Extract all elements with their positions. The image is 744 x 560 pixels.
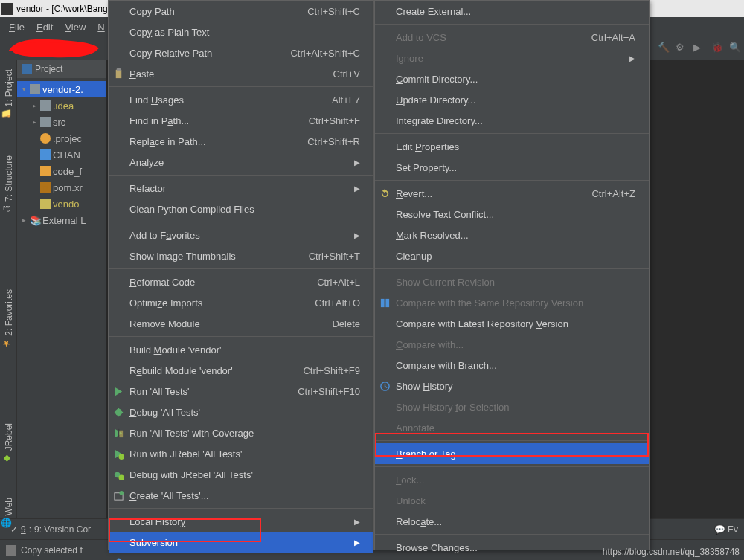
- menu-item[interactable]: Relocate...: [375, 511, 649, 532]
- menu-item-label: Resolve Text Conflict...: [396, 209, 494, 220]
- shortcut: Ctrl+Alt+O: [315, 297, 360, 309]
- tab-web[interactable]: 🌐 Web: [0, 492, 16, 538]
- menu-item[interactable]: Create 'All Tests'...: [109, 485, 373, 506]
- menu-view[interactable]: View: [59, 19, 92, 35]
- menu-item-label: Set Property...: [396, 162, 457, 173]
- menu-item-label: Lock...: [396, 474, 424, 486]
- menu-item-label: Run with JRebel 'All Tests': [129, 448, 242, 460]
- menu-item[interactable]: Remove ModuleDelete: [109, 313, 373, 334]
- build-icon[interactable]: 🔨: [658, 42, 670, 54]
- menu-item[interactable]: Add to Favorites▶: [109, 225, 373, 245]
- context-menu-main[interactable]: Copy PathCtrl+Shift+CCopy as Plain TextC…: [108, 0, 374, 550]
- shortcut: Alt+F7: [332, 94, 360, 106]
- tree-item[interactable]: ▸.idea: [17, 97, 106, 114]
- tree-root[interactable]: ▾vendor-2.: [17, 81, 106, 97]
- tree-item[interactable]: code_f: [17, 163, 106, 179]
- lib-icon: 📚: [30, 215, 40, 225]
- svg-point-2: [115, 408, 122, 415]
- tree-item[interactable]: .projec: [17, 130, 106, 147]
- tab-jrebel[interactable]: ◆ JRebel: [0, 417, 16, 473]
- menu-item[interactable]: Edit Properties: [375, 136, 649, 157]
- menu-item[interactable]: Run 'All Tests' with Coverage: [109, 422, 373, 443]
- menu-item[interactable]: Rebuild Module 'vendor'Ctrl+Shift+F9: [109, 360, 373, 381]
- menu-item[interactable]: Revert...Ctrl+Alt+Z: [375, 183, 649, 204]
- tree-item[interactable]: mpom.xr: [17, 179, 106, 196]
- menu-edit[interactable]: Edit: [31, 19, 59, 35]
- menu-item: Show History for Selection: [375, 396, 649, 417]
- tab-structure[interactable]: 🗂 7: Structure: [0, 149, 16, 223]
- submenu-arrow-icon: ▶: [354, 184, 360, 193]
- menu-item[interactable]: Debug 'All Tests': [109, 402, 373, 422]
- menu-item[interactable]: Reformat CodeCtrl+Alt+L: [109, 271, 373, 292]
- menu-item[interactable]: Find in Path...Ctrl+Shift+F: [109, 110, 373, 131]
- menu-item[interactable]: Show History: [375, 376, 649, 396]
- tab-project[interactable]: 📁 1: Project: [0, 63, 16, 129]
- menu-item[interactable]: Create External...: [375, 1, 649, 22]
- menu-item[interactable]: Subversion▶: [109, 532, 373, 553]
- menu-item[interactable]: Compare with Branch...: [375, 355, 649, 376]
- menu-item[interactable]: Copy PathCtrl+Shift+C: [109, 1, 373, 22]
- menu-item-label: Find Usages: [129, 94, 184, 106]
- file-icon: [40, 149, 51, 160]
- menu-item[interactable]: Optimize ImportsCtrl+Alt+O: [109, 292, 373, 313]
- menu-item-label: Compare with the Same Repository Version: [396, 297, 583, 309]
- menu-item[interactable]: Mark Resolved...: [375, 225, 649, 245]
- shortcut: Ctrl+Alt+Shift+C: [290, 48, 360, 59]
- tab-favorites[interactable]: ★ 2: Favorites: [0, 283, 16, 358]
- menu-item[interactable]: Copy as Plain Text: [109, 22, 373, 42]
- menu-item[interactable]: Update Directory...: [375, 89, 649, 110]
- menu-item[interactable]: Local History▶: [109, 511, 373, 532]
- menu-item-label: Rebuild Module 'vendor': [129, 365, 233, 376]
- menu-item[interactable]: Integrate Directory...: [375, 110, 649, 131]
- menu-item[interactable]: Clean Python Compiled Files: [109, 199, 373, 219]
- project-tree[interactable]: ▾vendor-2. ▸.idea ▸src .projec CHAN code…: [17, 78, 106, 518]
- menu-item[interactable]: Synchronize 'vendor-2.25.3': [109, 553, 373, 560]
- csdn-watermark: https://blog.csdn.net/qq_38358748: [603, 547, 740, 557]
- menu-item[interactable]: Branch or Tag...: [375, 443, 649, 464]
- menu-item[interactable]: Copy Relative PathCtrl+Alt+Shift+C: [109, 42, 373, 63]
- menu-item[interactable]: Cleanup: [375, 245, 649, 266]
- tree-item[interactable]: CHAN: [17, 147, 106, 163]
- menu-item-label: Clean Python Compiled Files: [129, 204, 254, 215]
- shortcut: Ctrl+Shift+T: [309, 251, 360, 262]
- settings-icon[interactable]: ⚙: [676, 42, 687, 54]
- file-icon: [40, 133, 51, 144]
- shortcut: Ctrl+Shift+F10: [298, 386, 360, 397]
- tab-event-log[interactable]: 💬 Ev: [714, 524, 738, 535]
- menu-item[interactable]: Refactor▶: [109, 178, 373, 199]
- status-text: Copy selected f: [21, 545, 83, 556]
- menu-item[interactable]: Run with JRebel 'All Tests': [109, 443, 373, 464]
- folder-icon: [40, 117, 51, 127]
- context-menu-subversion[interactable]: Create External...Add to VCSCtrl+Alt+AIg…: [374, 0, 650, 550]
- tree-item[interactable]: vendo: [17, 196, 106, 212]
- menu-item[interactable]: Commit Directory...: [375, 68, 649, 89]
- red-scribble: [7, 36, 104, 59]
- menu-item-label: Branch or Tag...: [396, 448, 464, 460]
- menu-item[interactable]: Set Property...: [375, 157, 649, 178]
- tab-version-control[interactable]: ✓ 9: 9: Version Cor: [6, 523, 95, 536]
- menu-item: Show Current Revision: [375, 271, 649, 292]
- tree-external[interactable]: ▸📚External L: [17, 212, 106, 228]
- revert-icon: [379, 188, 391, 199]
- search-icon[interactable]: 🔍: [729, 42, 741, 54]
- shortcut: Ctrl+Alt+Z: [591, 188, 635, 199]
- folder-icon: [30, 84, 40, 94]
- menu-item[interactable]: PasteCtrl+V: [109, 63, 373, 84]
- menu-item[interactable]: Analyze▶: [109, 152, 373, 173]
- menu-item[interactable]: Compare with Latest Repository Version: [375, 313, 649, 334]
- shortcut: Ctrl+Alt+L: [317, 277, 360, 288]
- debug-icon[interactable]: 🐞: [711, 42, 723, 54]
- menu-item[interactable]: Build Module 'vendor': [109, 339, 373, 360]
- menu-item[interactable]: Run 'All Tests'Ctrl+Shift+F10: [109, 381, 373, 402]
- menu-file[interactable]: File: [3, 19, 31, 35]
- tree-item[interactable]: ▸src: [17, 114, 106, 130]
- run-icon[interactable]: ▶: [693, 42, 705, 54]
- menu-item[interactable]: Show Image ThumbnailsCtrl+Shift+T: [109, 245, 373, 266]
- menu-item[interactable]: Resolve Text Conflict...: [375, 204, 649, 225]
- menu-item[interactable]: Debug with JRebel 'All Tests': [109, 464, 373, 485]
- project-header: Project: [17, 60, 106, 78]
- menu-item-label: Paste: [129, 68, 154, 80]
- menu-item[interactable]: Find UsagesAlt+F7: [109, 89, 373, 110]
- menu-item[interactable]: Replace in Path...Ctrl+Shift+R: [109, 131, 373, 152]
- paste-icon: [113, 68, 124, 80]
